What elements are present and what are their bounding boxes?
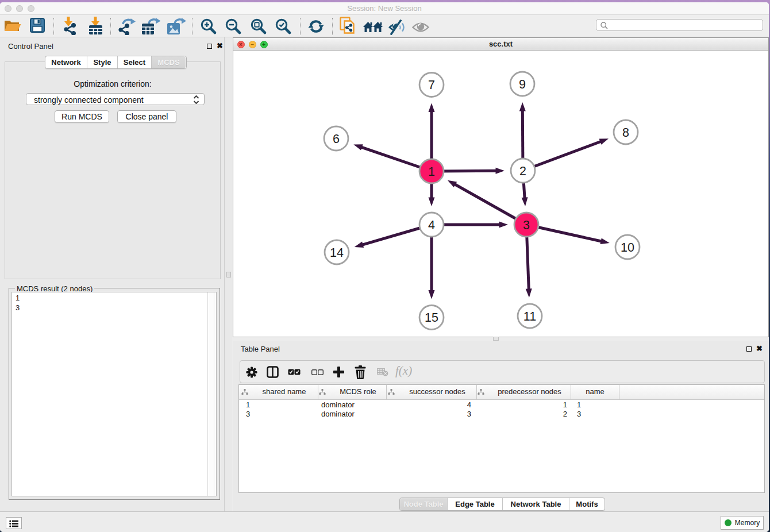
svg-text:15: 15 bbox=[425, 311, 438, 325]
svg-text:8: 8 bbox=[622, 126, 629, 140]
svg-text:11: 11 bbox=[523, 310, 536, 323]
svg-text:2: 2 bbox=[519, 164, 526, 178]
svg-text:6: 6 bbox=[333, 132, 340, 146]
svg-text:14: 14 bbox=[330, 246, 344, 260]
svg-text:9: 9 bbox=[519, 78, 526, 91]
svg-text:4: 4 bbox=[428, 218, 435, 232]
svg-text:7: 7 bbox=[428, 78, 435, 92]
svg-text:10: 10 bbox=[621, 241, 634, 255]
svg-text:1: 1 bbox=[428, 165, 435, 179]
svg-text:3: 3 bbox=[523, 218, 530, 232]
